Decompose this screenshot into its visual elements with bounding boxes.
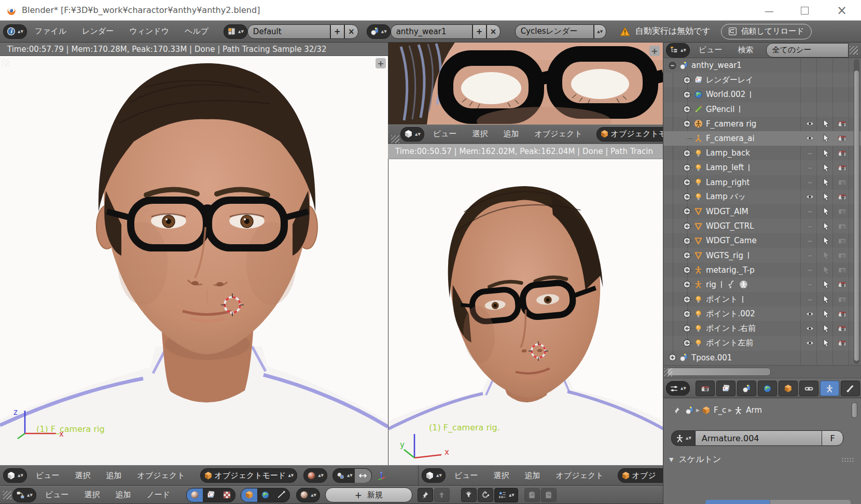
paste-nodes-button[interactable] — [541, 488, 557, 502]
editor-type-node-button[interactable]: ▲▼ — [12, 488, 36, 502]
shader-slot-line-style[interactable] — [273, 488, 289, 502]
outliner-item-world-002[interactable]: World.002 — [663, 87, 861, 102]
new-material-button[interactable]: + 新規 — [325, 487, 412, 502]
visibility-eye-icon[interactable] — [805, 207, 814, 216]
scene-icon[interactable] — [685, 406, 694, 415]
left-menu-0[interactable]: ビュー — [28, 471, 67, 481]
properties-scrollbar-thumb[interactable] — [852, 402, 857, 418]
midtop-menu-1[interactable]: 選択 — [464, 129, 495, 139]
selectability-cursor-icon[interactable] — [821, 148, 830, 158]
renderability-camera-icon[interactable] — [837, 339, 846, 348]
panel-skeleton-header[interactable]: ▼ スケルトン — [669, 454, 855, 465]
renderability-camera-icon[interactable] — [837, 119, 846, 129]
renderability-camera-icon[interactable] — [837, 295, 846, 304]
visibility-eye-icon[interactable] — [805, 295, 814, 304]
visibility-eye-icon[interactable] — [805, 148, 814, 158]
properties-tab-bone[interactable] — [841, 381, 860, 396]
properties-tab-constraints[interactable] — [799, 381, 818, 396]
selectability-cursor-icon[interactable] — [821, 178, 830, 187]
outliner-item--002[interactable]: ポイント.002 — [663, 306, 861, 321]
node-menu-1[interactable]: 選択 — [76, 490, 107, 500]
visibility-eye-icon[interactable] — [805, 250, 814, 260]
topbar-menu-0[interactable]: ファイル — [27, 26, 74, 36]
outliner-item-wgts_rig[interactable]: WGTS_rig — [663, 248, 861, 262]
breadcrumb-object[interactable]: F_c — [714, 405, 726, 415]
editor-type-info-button[interactable]: i ▲▼ — [3, 24, 27, 39]
fake-user-button[interactable]: F — [822, 430, 843, 446]
selectability-cursor-icon[interactable] — [821, 236, 830, 245]
topbar-menu-3[interactable]: ヘルプ — [177, 26, 216, 36]
add-layout-button[interactable]: + — [330, 24, 344, 39]
trust-reload-button[interactable]: 信頼してリロード — [721, 24, 812, 39]
mode-selector[interactable]: オブジェクトモ — [596, 127, 663, 142]
midtop-menu-0[interactable]: ビュー — [425, 129, 465, 139]
snap-element-selector[interactable]: ▲▼ — [494, 488, 518, 502]
area-corner-widget[interactable] — [1, 58, 9, 66]
selectability-cursor-icon[interactable] — [821, 163, 830, 172]
selectability-cursor-icon[interactable] — [821, 309, 830, 318]
outliner-item-tpose-001[interactable]: Tpose.001 — [663, 351, 861, 365]
scene-selector[interactable]: ▲▼ — [367, 24, 391, 39]
renderability-camera-icon[interactable] — [837, 280, 846, 289]
topbar-menu-1[interactable]: レンダー — [74, 26, 121, 36]
selectability-cursor-icon[interactable] — [821, 280, 830, 289]
selectability-cursor-icon[interactable] — [821, 221, 830, 231]
outliner-item-wdgt_aim[interactable]: WDGT_AIM — [663, 204, 861, 219]
add-scene-button[interactable]: + — [473, 24, 487, 39]
midtop-menu-2[interactable]: 追加 — [495, 129, 526, 139]
delete-layout-button[interactable]: × — [344, 24, 358, 39]
expand-icon[interactable] — [668, 353, 677, 362]
renderability-camera-icon[interactable] — [837, 324, 846, 333]
midtop-menu-3[interactable]: オブジェクト — [526, 129, 590, 139]
pivot-point-selector[interactable]: ▲▼ — [332, 468, 372, 483]
editor-type-outliner-button[interactable]: ▲▼ — [666, 43, 690, 58]
datablock-name-field[interactable]: Armature.004 — [696, 430, 822, 446]
mid-menu-2[interactable]: 追加 — [517, 471, 548, 481]
rest-position-button[interactable] — [770, 500, 851, 504]
render-engine-select[interactable]: Cyclesレンダー — [515, 24, 594, 39]
renderability-camera-icon[interactable] — [837, 207, 846, 216]
datablock-browse-button[interactable]: ▲▼ — [671, 430, 696, 446]
material-selector[interactable]: ▲▼ — [296, 488, 320, 502]
shader-context-material-sphere[interactable] — [187, 488, 203, 502]
manipulator-toggle[interactable] — [355, 469, 371, 483]
maximize-button[interactable] — [793, 0, 816, 21]
mid-menu-1[interactable]: 選択 — [485, 471, 517, 481]
selectability-cursor-icon[interactable] — [821, 295, 830, 304]
renderability-camera-icon[interactable] — [837, 221, 846, 231]
node-menu-0[interactable]: ビュー — [37, 490, 77, 500]
renderability-camera-icon[interactable] — [837, 163, 846, 172]
minimize-button[interactable]: — — [757, 0, 781, 21]
outliner-menu-1[interactable]: 検索 — [730, 45, 761, 55]
renderability-camera-icon[interactable] — [837, 192, 846, 202]
visibility-eye-icon[interactable] — [805, 324, 814, 333]
selectability-cursor-icon[interactable] — [821, 192, 830, 202]
visibility-eye-icon[interactable] — [805, 221, 814, 231]
outliner-item-gpencil[interactable]: GPencil — [663, 102, 861, 117]
selectability-cursor-icon[interactable] — [821, 119, 830, 129]
outliner-item-rig[interactable]: rig — [663, 277, 861, 292]
go-parent-node-button[interactable] — [434, 488, 450, 502]
outliner-item-metarig-_t-p[interactable]: metarig._T-p — [663, 263, 861, 277]
pin-icon[interactable] — [672, 406, 681, 415]
node-menu-2[interactable]: 追加 — [107, 490, 138, 500]
editor-type-3dview-button[interactable]: ▲▼ — [400, 127, 424, 142]
outliner-item--[interactable]: ポイント — [663, 292, 861, 306]
renderability-camera-icon[interactable] — [837, 178, 846, 187]
visibility-eye-icon[interactable] — [805, 265, 814, 275]
visibility-eye-icon[interactable] — [805, 339, 814, 348]
visibility-eye-icon[interactable] — [805, 280, 814, 289]
outliner-menu-0[interactable]: ビュー — [691, 45, 730, 55]
node-options-button[interactable] — [461, 488, 477, 502]
area-corner-widget[interactable] — [3, 491, 11, 499]
viewport-mid-render[interactable]: y x (1) F_camera rig. — [388, 159, 663, 465]
breadcrumb-data[interactable]: Arm — [746, 405, 762, 415]
left-menu-1[interactable]: 選択 — [67, 471, 98, 481]
shader-context-texture-checker[interactable] — [219, 488, 235, 502]
selectability-cursor-icon[interactable] — [821, 134, 830, 143]
editor-type-3dview-button[interactable]: ▲▼ — [3, 468, 27, 483]
outliner-item-wdgt_ctrl[interactable]: WDGT_CTRL — [663, 219, 861, 233]
renderability-camera-icon[interactable] — [837, 250, 846, 260]
outliner-item-f_camera_ai[interactable]: F_camera_ai — [663, 131, 861, 146]
outliner-item-lamp-[interactable]: Lamp バッ — [663, 190, 861, 204]
